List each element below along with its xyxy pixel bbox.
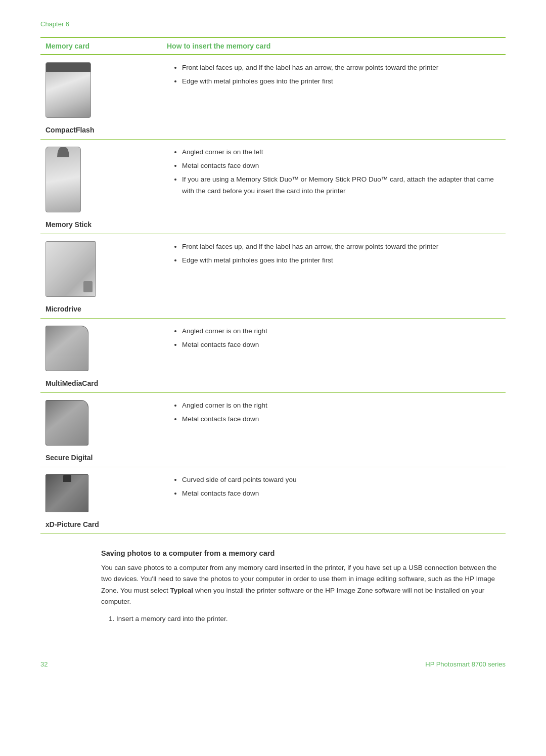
card-image-multimedia bbox=[40, 319, 162, 378]
table-row: Angled corner is on the leftMetal contac… bbox=[40, 140, 506, 219]
chapter-label: Chapter 6 bbox=[40, 20, 506, 28]
instruction-item: Edge with metal pinholes goes into the p… bbox=[182, 255, 500, 266]
col2-header: How to insert the memory card bbox=[162, 37, 506, 55]
card-image-microdrive bbox=[40, 234, 162, 303]
card-image-secure-digital bbox=[40, 393, 162, 452]
card-image-memory-stick bbox=[40, 140, 162, 219]
card-name-multimedia: MultiMediaCard bbox=[40, 377, 162, 393]
instruction-item: Angled corner is on the right bbox=[182, 400, 500, 412]
instruction-item: Metal contacts face down bbox=[182, 414, 500, 425]
instruction-item: Angled corner is on the right bbox=[182, 326, 500, 337]
instructions-xd-picture: Curved side of card points toward youMet… bbox=[162, 467, 506, 534]
page-footer: 32 HP Photosmart 8700 series bbox=[40, 655, 506, 668]
card-name-secure-digital: Secure Digital bbox=[40, 452, 162, 467]
instruction-item: If you are using a Memory Stick Duo™ or … bbox=[182, 174, 500, 197]
card-name-xd-picture: xD-Picture Card bbox=[40, 518, 162, 534]
saving-steps: Insert a memory card into the printer. bbox=[101, 613, 506, 625]
instructions-microdrive: Front label faces up, and if the label h… bbox=[162, 234, 506, 319]
instructions-memory-stick: Angled corner is on the leftMetal contac… bbox=[162, 140, 506, 234]
instruction-item: Curved side of card points toward you bbox=[182, 474, 500, 486]
card-image-xd-picture bbox=[40, 467, 162, 519]
instructions-secure-digital: Angled corner is on the rightMetal conta… bbox=[162, 393, 506, 467]
saving-paragraph: You can save photos to a computer from a… bbox=[101, 562, 506, 607]
instruction-item: Angled corner is on the left bbox=[182, 147, 500, 158]
card-image-compact-flash bbox=[40, 55, 162, 124]
table-row: Angled corner is on the rightMetal conta… bbox=[40, 393, 506, 452]
instructions-multimedia: Angled corner is on the rightMetal conta… bbox=[162, 319, 506, 393]
brand-name: HP Photosmart 8700 series bbox=[425, 660, 506, 668]
instruction-item: Edge with metal pinholes goes into the p… bbox=[182, 76, 500, 87]
col1-header: Memory card bbox=[40, 37, 162, 55]
card-name-compact-flash: CompactFlash bbox=[40, 124, 162, 140]
instruction-item: Front label faces up, and if the label h… bbox=[182, 62, 500, 74]
table-row: Front label faces up, and if the label h… bbox=[40, 55, 506, 124]
instruction-item: Front label faces up, and if the label h… bbox=[182, 241, 500, 253]
instructions-compact-flash: Front label faces up, and if the label h… bbox=[162, 55, 506, 140]
instruction-item: Metal contacts face down bbox=[182, 160, 500, 172]
table-row: Curved side of card points toward youMet… bbox=[40, 467, 506, 519]
card-name-microdrive: Microdrive bbox=[40, 303, 162, 319]
page-number: 32 bbox=[40, 660, 48, 668]
instruction-item: Metal contacts face down bbox=[182, 339, 500, 351]
instruction-item: Metal contacts face down bbox=[182, 488, 500, 500]
saving-section: Saving photos to a computer from a memor… bbox=[40, 549, 506, 625]
saving-section-title: Saving photos to a computer from a memor… bbox=[101, 549, 506, 557]
saving-step-1: Insert a memory card into the printer. bbox=[116, 613, 506, 625]
memory-card-table: Memory card How to insert the memory car… bbox=[40, 37, 506, 534]
card-name-memory-stick: Memory Stick bbox=[40, 218, 162, 234]
table-row: Angled corner is on the rightMetal conta… bbox=[40, 319, 506, 378]
table-row: Front label faces up, and if the label h… bbox=[40, 234, 506, 303]
